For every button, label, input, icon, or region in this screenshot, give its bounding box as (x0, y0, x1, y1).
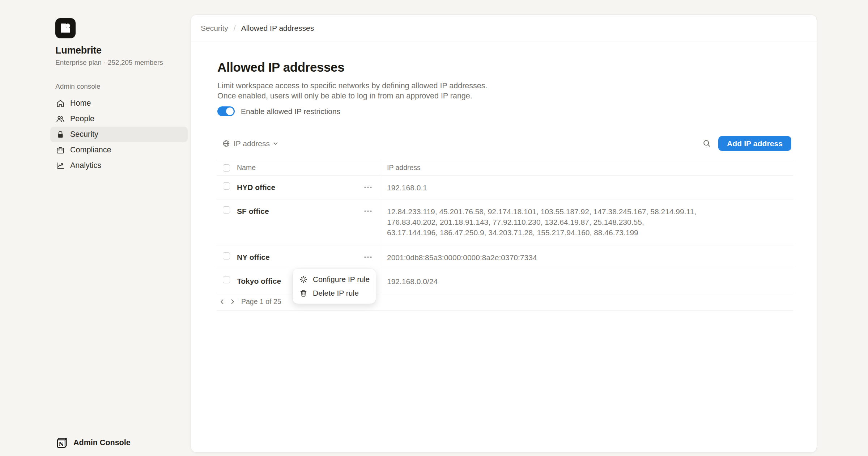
home-icon (55, 98, 65, 108)
briefcase-icon (55, 145, 65, 155)
row-name: HYD office (237, 182, 275, 192)
toggle-row: Enable allowed IP restrictions (217, 106, 791, 116)
row-checkbox[interactable] (223, 182, 230, 190)
notion-cube-icon: N (55, 436, 68, 449)
sidebar-item-label: Security (70, 130, 98, 139)
add-ip-address-button[interactable]: Add IP address (718, 136, 791, 151)
row-context-menu: Configure IP rule Delete IP rule (293, 269, 376, 304)
table-row: NY office 2001:0db8:85a3:0000:0000:8a2e:… (217, 245, 793, 269)
search-icon[interactable] (702, 139, 711, 148)
table-row: HYD office 192.168.0.1 (217, 176, 793, 199)
page-description: Limit workspace access to specific netwo… (217, 81, 791, 101)
row-menu-ellipsis-icon[interactable] (364, 210, 372, 212)
people-icon (55, 114, 65, 124)
toggle-knob (226, 107, 234, 115)
table-row: SF office 12.84.233.119, 45.201.76.58, 9… (217, 199, 793, 245)
column-header-ip: IP address (387, 164, 421, 172)
row-menu-ellipsis-icon[interactable] (364, 186, 372, 189)
chevron-left-icon[interactable] (219, 299, 225, 305)
row-ip: 176.83.40.202, 201.18.91.143, 77.92.110.… (387, 217, 793, 227)
menu-item-label: Configure IP rule (313, 275, 370, 284)
sidebar-item-security[interactable]: Security (50, 127, 188, 142)
svg-text:N: N (59, 440, 64, 447)
table-toolbar: IP address Add IP address (217, 136, 791, 151)
sidebar-item-label: Analytics (70, 161, 101, 170)
description-line-1: Limit workspace access to specific netwo… (217, 81, 488, 90)
description-line-2: Once enabled, users will only be able to… (217, 92, 472, 100)
admin-console-footer-label: Admin Console (73, 438, 131, 447)
sidebar-section-label: Admin console (55, 83, 191, 90)
pagination-label: Page 1 of 25 (241, 297, 281, 306)
sidebar-item-home[interactable]: Home (50, 96, 188, 111)
sidebar-item-label: People (70, 114, 94, 123)
workspace-plan-members: Enterprise plan · 252,205 members (55, 59, 191, 67)
select-all-checkbox[interactable] (223, 164, 230, 172)
sidebar-nav: Home People Security (50, 96, 188, 173)
menu-item-configure-ip-rule[interactable]: Configure IP rule (293, 273, 376, 286)
globe-icon (222, 140, 230, 147)
trash-icon (299, 289, 307, 297)
gear-icon (299, 275, 307, 283)
row-ip: 192.168.0.1 (387, 182, 793, 193)
row-ip: 63.17.144.196, 186.47.250.9, 34.203.71.2… (387, 227, 793, 238)
breadcrumb: Security / Allowed IP addresses (191, 15, 817, 42)
row-checkbox[interactable] (223, 206, 230, 214)
lock-icon (55, 130, 65, 139)
row-checkbox[interactable] (223, 252, 230, 259)
sidebar: Lumebrite Enterprise plan · 252,205 memb… (0, 0, 191, 456)
page-title: Allowed IP addresses (217, 60, 791, 75)
ip-restrictions-toggle[interactable] (217, 106, 235, 116)
breadcrumb-current: Allowed IP addresses (241, 24, 314, 33)
breadcrumb-security-link[interactable]: Security (201, 24, 228, 33)
sidebar-item-analytics[interactable]: Analytics (50, 158, 188, 173)
row-name: NY office (237, 252, 270, 262)
chevron-right-icon[interactable] (229, 299, 235, 305)
column-header-name: Name (237, 164, 256, 172)
row-checkbox[interactable] (223, 276, 230, 283)
sidebar-item-label: Compliance (70, 145, 111, 155)
sidebar-item-label: Home (70, 99, 91, 108)
menu-item-delete-ip-rule[interactable]: Delete IP rule (293, 286, 376, 300)
sidebar-footer: N Admin Console (55, 436, 131, 449)
breadcrumb-separator: / (234, 24, 236, 33)
page-content: Allowed IP addresses Limit workspace acc… (191, 60, 817, 311)
chevron-down-icon (273, 142, 278, 145)
row-ip: 2001:0db8:85a3:0000:0000:8a2e:0370:7334 (387, 252, 793, 263)
sidebar-item-compliance[interactable]: Compliance (50, 142, 188, 158)
workspace-logo-icon (55, 18, 76, 38)
row-name: Tokyo office (237, 276, 281, 286)
ip-address-filter[interactable]: IP address (222, 139, 278, 148)
filter-label: IP address (234, 139, 270, 148)
main-panel: Security / Allowed IP addresses Allowed … (191, 14, 817, 453)
menu-item-label: Delete IP rule (313, 289, 359, 297)
table-header-row: Name IP address (217, 160, 793, 176)
ip-restrictions-toggle-label: Enable allowed IP restrictions (241, 107, 340, 116)
toolbar-right: Add IP address (702, 136, 791, 151)
row-name: SF office (237, 206, 269, 216)
row-ip: 12.84.233.119, 45.201.76.58, 92.174.18.1… (387, 206, 793, 217)
row-ip: 192.168.0.0/24 (387, 276, 793, 287)
sidebar-item-people[interactable]: People (50, 111, 188, 127)
row-menu-ellipsis-icon[interactable] (364, 256, 372, 258)
analytics-icon (55, 161, 65, 170)
workspace-name: Lumebrite (55, 45, 191, 56)
